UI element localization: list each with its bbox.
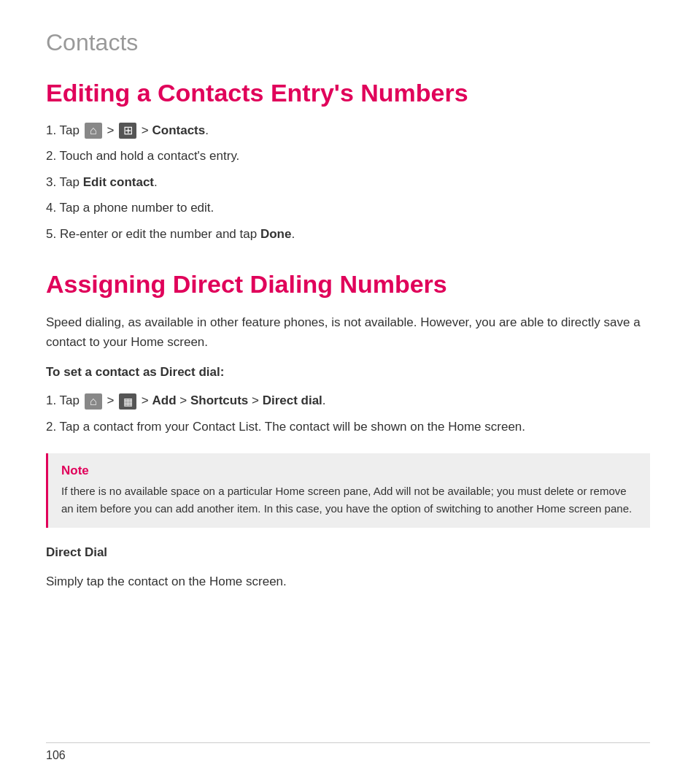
section2-intro: Speed dialing, as available in other fea… bbox=[46, 312, 650, 352]
section-editing: Editing a Contacts Entry's Numbers 1. Ta… bbox=[46, 78, 650, 243]
step-1-5: 5. Re-enter or edit the number and tap D… bbox=[46, 225, 650, 244]
note-title: Note bbox=[61, 464, 637, 478]
step-1-2: 2. Touch and hold a contact's entry. bbox=[46, 147, 650, 166]
section1-heading: Editing a Contacts Entry's Numbers bbox=[46, 78, 650, 108]
page-footer: 106 bbox=[46, 742, 650, 762]
edit-contact-label: Edit contact bbox=[83, 175, 154, 189]
page-number: 106 bbox=[46, 749, 66, 761]
note-text: If there is no available space on a part… bbox=[61, 483, 637, 518]
step-2-1: 1. Tap > > Add > Shortcuts > Direct dial… bbox=[46, 391, 650, 410]
note-box: Note If there is no available space on a… bbox=[46, 453, 650, 528]
direct-dial-label: To set a contact as Direct dial: bbox=[46, 365, 650, 380]
page-title: Contacts bbox=[46, 29, 650, 56]
home-icon-2 bbox=[85, 393, 102, 410]
step-2-2: 2. Tap a contact from your Contact List.… bbox=[46, 418, 650, 437]
direct-dial-step-label: Direct dial bbox=[263, 393, 322, 407]
add-label: Add bbox=[152, 393, 176, 407]
shortcuts-label: Shortcuts bbox=[190, 393, 248, 407]
step-1-4: 4. Tap a phone number to edit. bbox=[46, 199, 650, 218]
home-icon-1 bbox=[85, 123, 102, 139]
done-label: Done bbox=[260, 227, 292, 241]
section2-heading: Assigning Direct Dialing Numbers bbox=[46, 269, 650, 299]
page-container: Contacts Editing a Contacts Entry's Numb… bbox=[0, 0, 696, 662]
section-assigning: Assigning Direct Dialing Numbers Speed d… bbox=[46, 269, 650, 591]
direct-dial-heading: Direct Dial bbox=[46, 545, 650, 560]
grid-icon-1 bbox=[119, 123, 136, 139]
step-1-1: 1. Tap > > Contacts. bbox=[46, 121, 650, 140]
step-1-3: 3. Tap Edit contact. bbox=[46, 173, 650, 192]
shortcut-icon-1 bbox=[119, 393, 136, 410]
direct-dial-text: Simply tap the contact on the Home scree… bbox=[46, 572, 650, 591]
contacts-label: Contacts bbox=[152, 123, 205, 137]
